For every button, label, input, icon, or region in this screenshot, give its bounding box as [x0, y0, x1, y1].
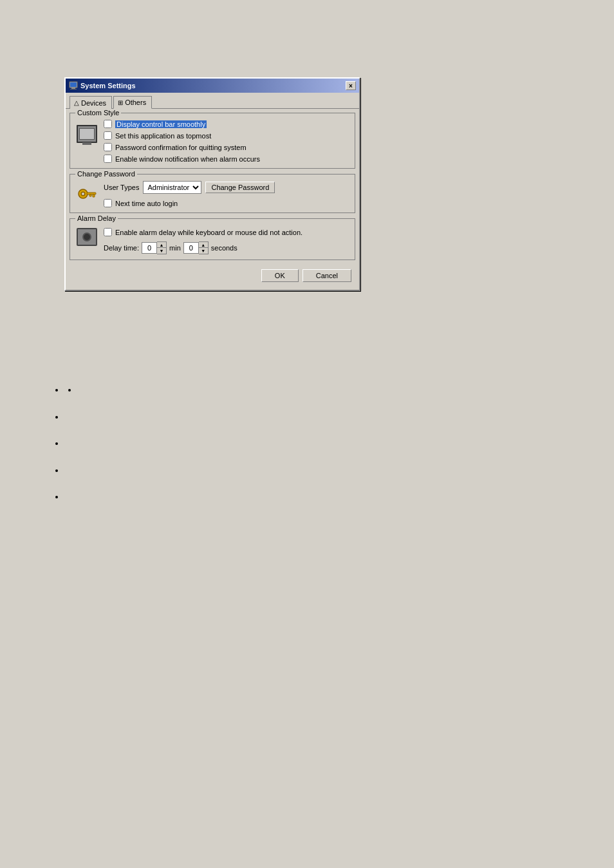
custom-style-group: Custom Style Display control bar smoothl…: [70, 113, 355, 169]
user-type-select[interactable]: Administrator Operator User: [143, 181, 201, 194]
sec-up-button[interactable]: ▲: [199, 242, 208, 248]
svg-rect-1: [70, 82, 77, 87]
app-icon: [69, 81, 78, 90]
tab-others-label: Others: [125, 99, 146, 106]
checkbox-row-1: Set this application as topmost: [104, 131, 349, 140]
checkbox-display-smooth-label: Display control bar smoothly: [115, 120, 207, 128]
sec-spinner-arrows: ▲ ▼: [199, 241, 209, 254]
enable-alarm-label: Enable alarm delay while keyboard or mou…: [115, 229, 302, 236]
checkbox-display-smooth[interactable]: [104, 120, 112, 128]
min-spinner-arrows: ▲ ▼: [157, 241, 167, 254]
svg-rect-6: [87, 193, 96, 194]
custom-style-content: Display control bar smoothly Set this ap…: [75, 116, 349, 163]
title-bar: System Settings ×: [66, 79, 359, 93]
min-spinner: ▲ ▼: [142, 241, 167, 254]
checkbox-password-quit[interactable]: [104, 143, 112, 151]
footer-buttons: OK Cancel: [70, 265, 355, 286]
svg-rect-2: [71, 88, 75, 89]
alarm-delay-group: Alarm Delay Enable alarm delay while key…: [70, 218, 355, 260]
title-bar-left: System Settings: [69, 81, 136, 90]
alarm-delay-content: Enable alarm delay while keyboard or mou…: [75, 222, 349, 254]
checkbox-enable-alarm[interactable]: [104, 228, 112, 236]
min-down-button[interactable]: ▼: [157, 248, 166, 254]
next-time-row: Next time auto login: [104, 199, 349, 207]
monitor-screen: [79, 128, 95, 140]
delay-time-row: Delay time: ▲ ▼ min ▲: [104, 241, 349, 254]
checkbox-topmost[interactable]: [104, 131, 112, 140]
tab-bar: △ Devices ⊞ Others: [66, 93, 359, 109]
highlight-label: Display control bar smoothly: [115, 120, 207, 128]
sub-bullet-list: [64, 383, 77, 397]
others-tab-icon: ⊞: [118, 99, 123, 106]
key-icon: [75, 181, 98, 204]
svg-rect-7: [93, 194, 95, 197]
checkbox-next-time[interactable]: [104, 199, 112, 207]
devices-tab-icon: △: [74, 99, 79, 106]
checkbox-row-3: Enable window notification when alarm oc…: [104, 155, 349, 163]
alarm-delay-label: Alarm Delay: [75, 214, 118, 222]
sec-input[interactable]: [183, 242, 199, 254]
change-password-button[interactable]: Change Password: [205, 182, 275, 193]
checkbox-password-quit-label: Password confirmation for quitting syste…: [115, 144, 247, 151]
alarm-delay-fields: Enable alarm delay while keyboard or mou…: [104, 225, 349, 254]
bullet-item-1: [64, 383, 77, 397]
password-fields: User Types Administrator Operator User C…: [104, 181, 349, 207]
camera-lens: [82, 232, 91, 241]
svg-rect-3: [70, 89, 77, 90]
custom-style-checkboxes: Display control bar smoothly Set this ap…: [104, 120, 349, 163]
cancel-button[interactable]: Cancel: [302, 269, 351, 282]
sec-down-button[interactable]: ▼: [199, 248, 208, 254]
custom-style-label: Custom Style: [75, 109, 121, 117]
change-password-content: User Types Administrator Operator User C…: [75, 177, 349, 207]
sec-label: seconds: [211, 244, 237, 252]
checkbox-topmost-label: Set this application as topmost: [115, 132, 211, 140]
svg-rect-8: [89, 194, 91, 196]
monitor-icon-container: [75, 122, 98, 146]
bullet-item-5: [64, 490, 77, 504]
change-password-group: Change Password U: [70, 174, 355, 213]
bullet-list: [51, 380, 77, 517]
key-icon-container: [75, 181, 98, 204]
bullet-item-4: [64, 464, 77, 478]
tab-devices-label: Devices: [81, 99, 106, 107]
checkbox-row-2: Password confirmation for quitting syste…: [104, 143, 349, 151]
svg-point-9: [82, 193, 84, 195]
window-content: Custom Style Display control bar smoothl…: [66, 109, 359, 290]
delay-time-label: Delay time:: [104, 244, 139, 252]
user-type-row: User Types Administrator Operator User C…: [104, 181, 349, 194]
next-time-label: Next time auto login: [115, 200, 178, 207]
tab-devices[interactable]: △ Devices: [70, 96, 112, 109]
window-title: System Settings: [80, 82, 136, 90]
checkbox-row-0: Display control bar smoothly: [104, 120, 349, 128]
close-button[interactable]: ×: [346, 81, 356, 90]
checkbox-window-notify-label: Enable window notification when alarm oc…: [115, 155, 260, 163]
system-settings-window: System Settings × △ Devices ⊞ Others Cus…: [64, 77, 360, 291]
enable-alarm-row: Enable alarm delay while keyboard or mou…: [104, 228, 349, 236]
monitor-icon: [77, 125, 97, 143]
camera-icon: [77, 228, 97, 246]
change-password-label: Change Password: [75, 170, 137, 178]
sec-spinner: ▲ ▼: [183, 241, 209, 254]
min-label: min: [169, 244, 181, 252]
user-types-label: User Types: [104, 184, 139, 191]
ok-button[interactable]: OK: [261, 269, 299, 282]
min-input[interactable]: [142, 242, 157, 254]
bullet-item-2: [64, 410, 77, 424]
camera-icon-container: [75, 225, 98, 249]
tab-others[interactable]: ⊞ Others: [113, 96, 152, 109]
min-up-button[interactable]: ▲: [157, 242, 166, 248]
checkbox-window-notify[interactable]: [104, 155, 112, 163]
bullet-item-3: [64, 437, 77, 451]
